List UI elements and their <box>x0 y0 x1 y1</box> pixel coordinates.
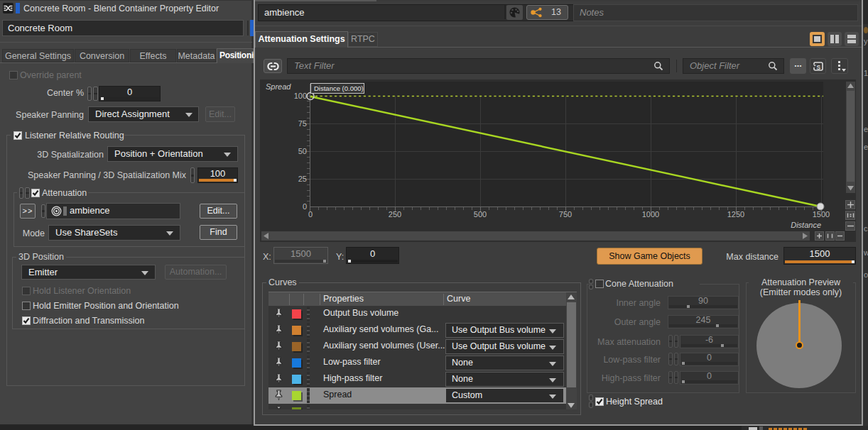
svg-text:0: 0 <box>303 202 307 211</box>
svg-text:Spread: Spread <box>266 82 291 91</box>
svg-text:50: 50 <box>298 147 307 155</box>
svg-text:Distance (0.000): Distance (0.000) <box>314 84 364 92</box>
svg-text:250: 250 <box>389 210 401 219</box>
svg-text:500: 500 <box>474 210 487 219</box>
svg-text:25: 25 <box>298 175 307 183</box>
svg-text:100: 100 <box>294 92 307 100</box>
svg-text:S: S <box>817 64 821 71</box>
svg-text:1250: 1250 <box>727 210 744 219</box>
svg-text:1500: 1500 <box>813 210 830 219</box>
svg-text:75: 75 <box>298 119 307 128</box>
svg-text:1000: 1000 <box>642 210 659 219</box>
svg-text:750: 750 <box>559 210 572 219</box>
svg-text:0: 0 <box>308 210 313 219</box>
svg-text:Distance: Distance <box>791 221 821 229</box>
